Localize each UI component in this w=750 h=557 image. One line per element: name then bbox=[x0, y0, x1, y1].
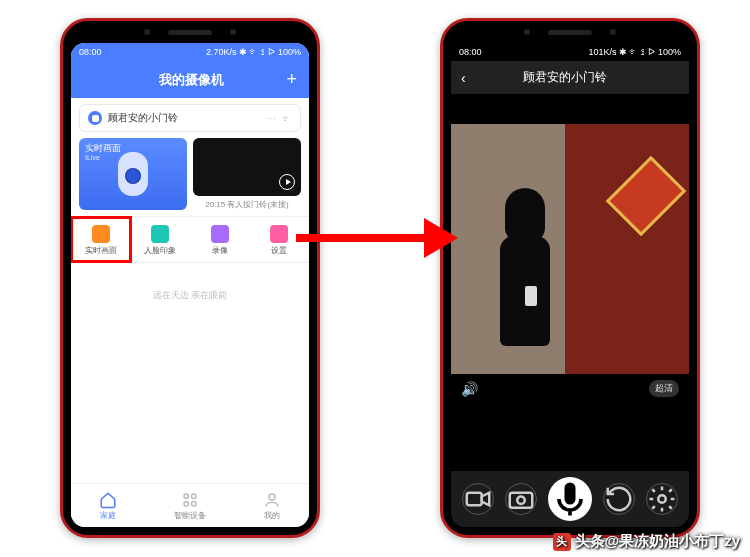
device-name: 顾君安的小门铃 bbox=[108, 111, 178, 125]
video-icon bbox=[92, 225, 110, 243]
status-indicators: 101K/s ✱ ᯤ ⟟ ᐅ 100% bbox=[588, 47, 681, 57]
watermark: 头 头条@果冻奶油小布丁zy bbox=[553, 532, 740, 551]
control-bar bbox=[451, 471, 689, 527]
play-icon bbox=[279, 174, 295, 190]
watermark-text: 头条@果冻奶油小布丁zy bbox=[575, 532, 740, 551]
phone-left: 08:00 2.70K/s ✱ ᯤ ⟟ ᐅ 100% 我的摄像机 + 顾君安的小… bbox=[60, 18, 320, 538]
nav-me[interactable]: 我的 bbox=[263, 491, 281, 521]
nav-scene[interactable]: 智能设备 bbox=[174, 491, 206, 521]
action-face-label: 人脸印象 bbox=[144, 246, 176, 255]
live-view[interactable]: 2019/01/13 18:22:46 bbox=[451, 124, 689, 374]
status-bar: 08:00 2.70K/s ✱ ᯤ ⟟ ᐅ 100% bbox=[71, 43, 309, 61]
nav-me-label: 我的 bbox=[264, 511, 280, 520]
camera-icon bbox=[118, 152, 148, 196]
gear-icon bbox=[270, 225, 288, 243]
bottom-nav: 家庭 智能设备 我的 bbox=[71, 483, 309, 527]
action-live[interactable]: 实时画面 bbox=[71, 217, 131, 262]
svg-point-9 bbox=[658, 495, 666, 503]
device-icon bbox=[88, 111, 102, 125]
svg-point-7 bbox=[517, 497, 525, 505]
thumb-clip[interactable] bbox=[193, 138, 301, 196]
screen-right: 08:00 101K/s ✱ ᯤ ⟟ ᐅ 100% ‹ 顾君安的小门铃 2019… bbox=[451, 43, 689, 527]
svg-rect-8 bbox=[565, 483, 576, 505]
control-snapshot[interactable] bbox=[505, 483, 537, 515]
live-footer: 🔊 超清 bbox=[451, 374, 689, 403]
control-settings[interactable] bbox=[646, 483, 678, 515]
status-bar: 08:00 101K/s ✱ ᯤ ⟟ ᐅ 100% bbox=[451, 43, 689, 61]
toutiao-logo-icon: 头 bbox=[553, 533, 571, 551]
svg-point-2 bbox=[184, 501, 189, 506]
svg-point-0 bbox=[184, 494, 189, 499]
face-icon bbox=[151, 225, 169, 243]
control-mic[interactable] bbox=[548, 477, 592, 521]
home-icon bbox=[99, 491, 117, 509]
action-face[interactable]: 人脸印象 bbox=[131, 217, 191, 262]
nav-home-label: 家庭 bbox=[100, 511, 116, 520]
live-title: 顾君安的小门铃 bbox=[523, 69, 607, 86]
back-button[interactable]: ‹ bbox=[461, 70, 466, 86]
svg-rect-6 bbox=[510, 493, 533, 508]
status-time: 08:00 bbox=[79, 47, 102, 57]
live-scene bbox=[451, 124, 689, 374]
device-card[interactable]: 顾君安的小门铃 ⋯ ᯤ bbox=[79, 104, 301, 132]
phone-notch bbox=[524, 29, 616, 35]
arrow-indicator bbox=[296, 218, 466, 258]
svg-point-1 bbox=[191, 494, 196, 499]
device-more-icon[interactable]: ⋯ bbox=[266, 113, 276, 124]
control-video[interactable] bbox=[462, 483, 494, 515]
status-time: 08:00 bbox=[459, 47, 482, 57]
status-indicators: 2.70K/s ✱ ᯤ ⟟ ᐅ 100% bbox=[206, 47, 301, 57]
svg-rect-5 bbox=[467, 493, 482, 506]
empty-hint: 远在天边 亲在眼前 bbox=[71, 289, 309, 302]
thumb-live[interactable]: 实时画面 ILive bbox=[79, 138, 187, 210]
nav-home[interactable]: 家庭 bbox=[99, 491, 117, 521]
record-icon bbox=[211, 225, 229, 243]
action-live-label: 实时画面 bbox=[85, 246, 117, 255]
thumb-live-sub: ILive bbox=[85, 154, 100, 161]
quality-badge[interactable]: 超清 bbox=[649, 380, 679, 397]
action-row: 实时画面 人脸印象 录像 设置 bbox=[71, 216, 309, 263]
svg-point-4 bbox=[269, 494, 275, 500]
screen-left: 08:00 2.70K/s ✱ ᯤ ⟟ ᐅ 100% 我的摄像机 + 顾君安的小… bbox=[71, 43, 309, 527]
phone-right: 08:00 101K/s ✱ ᯤ ⟟ ᐅ 100% ‹ 顾君安的小门铃 2019… bbox=[440, 18, 700, 538]
action-record-label: 录像 bbox=[212, 246, 228, 255]
phone-notch bbox=[144, 29, 236, 35]
wifi-icon: ᯤ bbox=[282, 113, 292, 124]
svg-point-3 bbox=[191, 501, 196, 506]
speaker-icon[interactable]: 🔊 bbox=[461, 381, 478, 397]
nav-scene-label: 智能设备 bbox=[174, 511, 206, 520]
header-title: 我的摄像机 bbox=[159, 71, 224, 89]
action-record[interactable]: 录像 bbox=[190, 217, 250, 262]
control-history[interactable] bbox=[603, 483, 635, 515]
action-settings-label: 设置 bbox=[271, 246, 287, 255]
thumb-clip-caption: 20:15 有人按门铃(未接) bbox=[193, 199, 301, 210]
add-button[interactable]: + bbox=[286, 69, 297, 90]
grid-icon bbox=[181, 491, 199, 509]
app-header: 我的摄像机 + bbox=[71, 61, 309, 98]
live-header: ‹ 顾君安的小门铃 bbox=[451, 61, 689, 94]
person-icon bbox=[263, 491, 281, 509]
